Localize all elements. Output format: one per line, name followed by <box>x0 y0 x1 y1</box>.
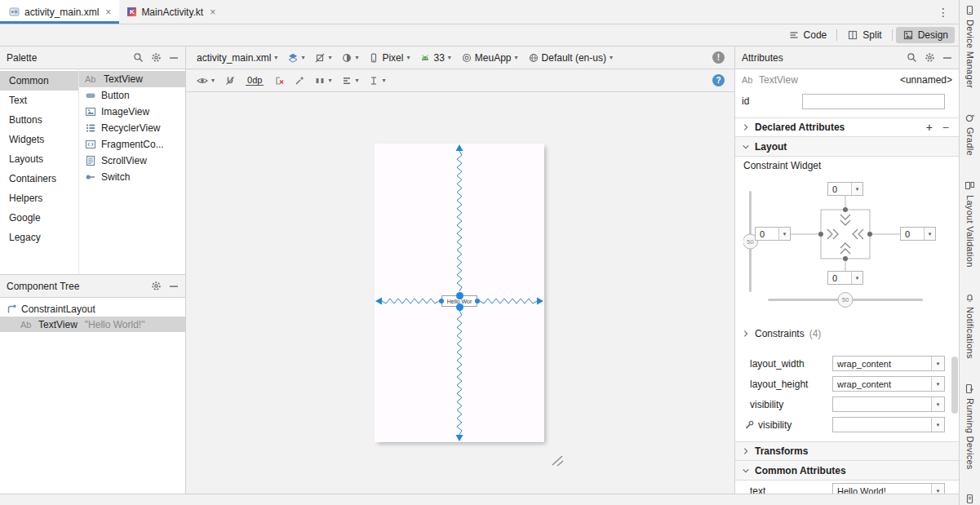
palette-category-text[interactable]: Text <box>0 91 78 110</box>
gear-icon[interactable] <box>151 281 162 291</box>
dropdown-arrow-icon: ▾ <box>274 55 277 61</box>
palette-category-layouts[interactable]: Layouts <box>0 149 78 169</box>
palette-component-switch[interactable]: Switch <box>79 169 185 185</box>
section-common-attributes[interactable]: Common Attributes <box>735 461 959 481</box>
tool-device-explorer[interactable]: Device <box>964 494 975 505</box>
layout-height-combo[interactable]: wrap_content ▾ <box>832 376 945 392</box>
section-declared-attributes[interactable]: Declared Attributes + − <box>735 117 959 137</box>
palette-component-imageview[interactable]: ImageView <box>79 104 185 120</box>
view-options-icon[interactable]: ▾ <box>193 75 219 86</box>
tree-item-constraintlayout[interactable]: ConstraintLayout <box>0 301 185 317</box>
dropdown-arrow-icon[interactable]: ▾ <box>851 183 862 195</box>
canvas-resize-handle[interactable] <box>550 454 564 467</box>
editor-mode-bar: Code Split Design <box>0 24 959 47</box>
theme-dropdown[interactable]: MeuApp ▾ <box>458 51 522 65</box>
constraint-anchor-right[interactable] <box>475 299 480 303</box>
dropdown-arrow-icon[interactable]: ▾ <box>931 377 944 391</box>
minimize-icon[interactable] <box>169 281 179 291</box>
constraint-anchor-bottom[interactable] <box>456 303 463 311</box>
orientation-icon[interactable]: ▾ <box>311 51 335 64</box>
dropdown-arrow-icon[interactable]: ▾ <box>931 418 944 432</box>
clear-constraints-icon[interactable] <box>270 74 288 87</box>
visibility-combo[interactable]: ▾ <box>832 396 945 412</box>
palette-component-textview[interactable]: Ab TextView <box>79 71 185 87</box>
palette-category-widgets[interactable]: Widgets <box>0 130 78 149</box>
palette-category-common[interactable]: Common <box>0 71 78 91</box>
night-mode-icon[interactable]: ▾ <box>338 51 362 64</box>
palette-category-buttons[interactable]: Buttons <box>0 110 78 130</box>
scrollbar-thumb[interactable] <box>951 357 958 414</box>
chevron-right-icon <box>742 330 750 338</box>
palette-component-fragmentcontainerview[interactable]: FragmentCo... <box>79 136 185 153</box>
file-dropdown[interactable]: activity_main.xml ▾ <box>193 51 282 65</box>
remove-attribute-icon[interactable]: − <box>942 121 949 134</box>
dropdown-arrow-icon[interactable]: ▾ <box>924 228 935 240</box>
guidelines-icon[interactable]: ▾ <box>365 74 389 87</box>
margin-bottom-combo[interactable]: 0 ▾ <box>827 271 863 285</box>
dropdown-arrow-icon[interactable]: ▾ <box>778 228 790 240</box>
pack-icon[interactable]: ▾ <box>311 74 335 87</box>
palette-category-helpers[interactable]: Helpers <box>0 188 78 208</box>
tab-mainactivity-kt[interactable]: K MainActivity.kt × <box>119 0 224 24</box>
align-icon[interactable]: ▾ <box>338 74 362 87</box>
issues-icon[interactable]: ! <box>712 51 725 64</box>
gear-icon[interactable] <box>151 52 162 63</box>
device-dropdown[interactable]: Pixel ▾ <box>365 51 414 65</box>
api-dropdown[interactable]: 33 ▾ <box>416 51 455 65</box>
section-layout[interactable]: Layout <box>735 137 959 157</box>
layout-width-combo[interactable]: wrap_content ▾ <box>832 356 945 371</box>
dropdown-arrow-icon[interactable]: ▾ <box>931 357 944 370</box>
palette-component-label: RecyclerView <box>101 122 160 134</box>
tab-activity-main-xml[interactable]: activity_main.xml × <box>0 0 119 24</box>
tool-label: Notifications <box>965 307 975 359</box>
tool-notifications[interactable]: Notifications <box>964 292 975 359</box>
tools-visibility-combo[interactable]: ▾ <box>832 417 945 432</box>
dropdown-arrow-icon[interactable]: ▾ <box>931 397 944 411</box>
palette-category-containers[interactable]: Containers <box>0 169 78 188</box>
dropdown-arrow-icon[interactable]: ▾ <box>851 272 862 284</box>
tree-item-textview[interactable]: Ab TextView "Hello World!" <box>0 317 185 332</box>
minimize-icon[interactable] <box>942 53 952 63</box>
section-transforms[interactable]: Transforms <box>735 441 959 461</box>
attributes-title: Attributes <box>742 52 899 64</box>
palette-component-scrollview[interactable]: ScrollView <box>79 153 185 169</box>
margin-right-combo[interactable]: 0 ▾ <box>900 227 936 241</box>
palette-category-google[interactable]: Google <box>0 208 78 228</box>
help-icon[interactable]: ? <box>712 74 725 86</box>
search-icon[interactable] <box>907 52 917 63</box>
text-combo[interactable]: Hello World! ▾ <box>832 483 945 494</box>
tool-layout-validation[interactable]: Layout Validation <box>964 180 975 268</box>
mode-design-button[interactable]: Design <box>896 27 955 43</box>
close-icon[interactable]: × <box>210 7 215 18</box>
margin-top-combo[interactable]: 0 ▾ <box>827 182 863 196</box>
search-icon[interactable] <box>133 52 144 63</box>
id-label: id <box>742 95 802 107</box>
tool-gradle[interactable]: Gradle <box>964 113 975 156</box>
section-label: Declared Attributes <box>755 122 845 133</box>
editor-options-icon[interactable]: ⋮ <box>928 0 959 24</box>
mode-code-button[interactable]: Code <box>782 27 834 43</box>
id-input[interactable] <box>802 94 945 109</box>
design-canvas[interactable]: Hello Wor <box>186 92 734 494</box>
dropdown-arrow-icon[interactable]: ▾ <box>931 484 944 494</box>
palette-component-recyclerview[interactable]: RecyclerView <box>79 120 185 136</box>
tool-device-manager[interactable]: Device Manager <box>964 5 975 88</box>
add-attribute-icon[interactable]: + <box>926 121 933 134</box>
constraint-widget[interactable]: 50 50 0 ▾ 0 ▾ 0 <box>743 176 947 311</box>
margin-left-combo[interactable]: 0 ▾ <box>755 227 791 241</box>
infer-constraints-icon[interactable] <box>290 74 308 87</box>
gear-icon[interactable] <box>925 52 935 63</box>
mode-split-button[interactable]: Split <box>840 27 888 43</box>
palette-category-legacy[interactable]: Legacy <box>0 228 78 247</box>
section-constraints[interactable]: Constraints (4) <box>735 324 959 343</box>
palette-component-button[interactable]: Button <box>79 87 185 104</box>
default-margins-dropdown[interactable]: 0dp <box>242 73 268 87</box>
design-surface-icon[interactable]: ▾ <box>284 51 308 64</box>
minimize-icon[interactable] <box>169 53 179 63</box>
constraint-anchor-top[interactable] <box>456 292 463 299</box>
locale-dropdown[interactable]: Default (en-us) ▾ <box>525 51 617 65</box>
autoconnect-icon[interactable] <box>221 74 239 87</box>
constraint-anchor-left[interactable] <box>439 299 444 303</box>
close-icon[interactable]: × <box>105 7 111 18</box>
tool-running-devices[interactable]: Running Devices <box>964 383 975 470</box>
